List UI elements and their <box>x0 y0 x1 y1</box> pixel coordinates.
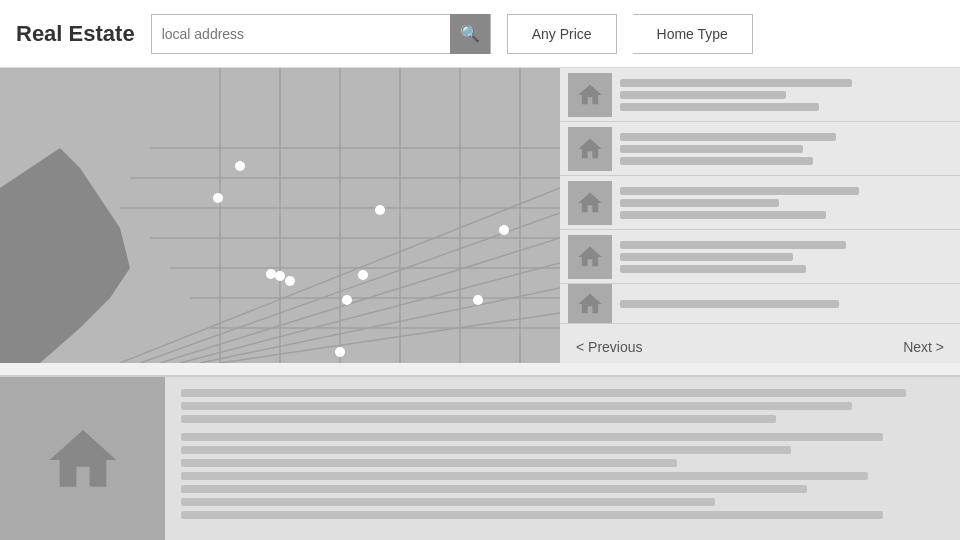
listing-icon-2 <box>568 127 612 171</box>
detail-line <box>181 402 852 410</box>
svg-point-25 <box>473 295 483 305</box>
listing-panel: < Previous Next > <box>560 68 960 363</box>
detail-line <box>181 459 677 467</box>
listing-line <box>620 133 836 141</box>
listing-line <box>620 199 779 207</box>
listing-text-3 <box>620 187 952 219</box>
home-icon <box>576 243 604 271</box>
price-filter-button[interactable]: Any Price <box>507 14 617 54</box>
search-bar: 🔍 <box>151 14 491 54</box>
svg-point-27 <box>335 347 345 357</box>
list-item[interactable] <box>560 68 960 122</box>
listing-line <box>620 265 806 273</box>
detail-bottom-lines <box>181 433 944 519</box>
search-button[interactable]: 🔍 <box>450 14 490 54</box>
list-item[interactable] <box>560 230 960 284</box>
listing-line <box>620 253 793 261</box>
search-input[interactable] <box>152 15 450 53</box>
listing-line <box>620 300 839 308</box>
listing-icon-3 <box>568 181 612 225</box>
svg-point-23 <box>375 205 385 215</box>
list-item[interactable] <box>560 284 960 324</box>
detail-line <box>181 446 791 454</box>
map-svg <box>0 68 560 363</box>
listing-text-4 <box>620 241 952 273</box>
svg-point-22 <box>213 193 223 203</box>
list-item[interactable] <box>560 122 960 176</box>
svg-point-29 <box>275 271 285 281</box>
main-content: < Previous Next > <box>0 68 960 540</box>
detail-line <box>181 485 807 493</box>
map-area[interactable] <box>0 68 560 363</box>
home-icon <box>576 189 604 217</box>
home-icon <box>576 135 604 163</box>
listing-text-5 <box>620 300 952 308</box>
detail-line <box>181 433 883 441</box>
detail-section <box>0 375 960 540</box>
listing-line <box>620 187 859 195</box>
listing-line <box>620 241 846 249</box>
svg-point-30 <box>285 276 295 286</box>
next-button[interactable]: Next > <box>903 339 944 355</box>
detail-image <box>0 377 165 540</box>
listing-text-1 <box>620 79 952 111</box>
detail-line <box>181 498 715 506</box>
top-section: < Previous Next > <box>0 68 960 375</box>
listing-icon-5 <box>568 284 612 324</box>
type-filter-label: Home Type <box>657 26 728 42</box>
listing-line <box>620 79 852 87</box>
home-icon <box>576 81 604 109</box>
listing-line <box>620 157 813 165</box>
app-title: Real Estate <box>16 21 135 47</box>
svg-point-21 <box>235 161 245 171</box>
listing-line <box>620 103 819 111</box>
type-filter-button[interactable]: Home Type <box>633 14 753 54</box>
list-item[interactable] <box>560 176 960 230</box>
home-icon <box>576 290 604 318</box>
svg-point-26 <box>342 295 352 305</box>
detail-home-icon <box>43 420 123 500</box>
price-filter-label: Any Price <box>532 26 592 42</box>
listing-line <box>620 145 803 153</box>
search-icon: 🔍 <box>460 24 480 43</box>
listing-items <box>560 68 960 331</box>
listing-icon-1 <box>568 73 612 117</box>
svg-point-32 <box>358 270 368 280</box>
detail-line <box>181 472 868 480</box>
listing-icon-4 <box>568 235 612 279</box>
listing-pagination: < Previous Next > <box>560 331 960 363</box>
listing-text-2 <box>620 133 952 165</box>
listing-line <box>620 211 826 219</box>
svg-point-31 <box>266 269 276 279</box>
svg-point-24 <box>499 225 509 235</box>
listing-line <box>620 91 786 99</box>
app-header: Real Estate 🔍 Any Price Home Type <box>0 0 960 68</box>
detail-line <box>181 415 776 423</box>
detail-line <box>181 511 883 519</box>
detail-text <box>165 377 960 540</box>
detail-top-lines <box>181 389 944 423</box>
detail-line <box>181 389 906 397</box>
prev-button[interactable]: < Previous <box>576 339 643 355</box>
